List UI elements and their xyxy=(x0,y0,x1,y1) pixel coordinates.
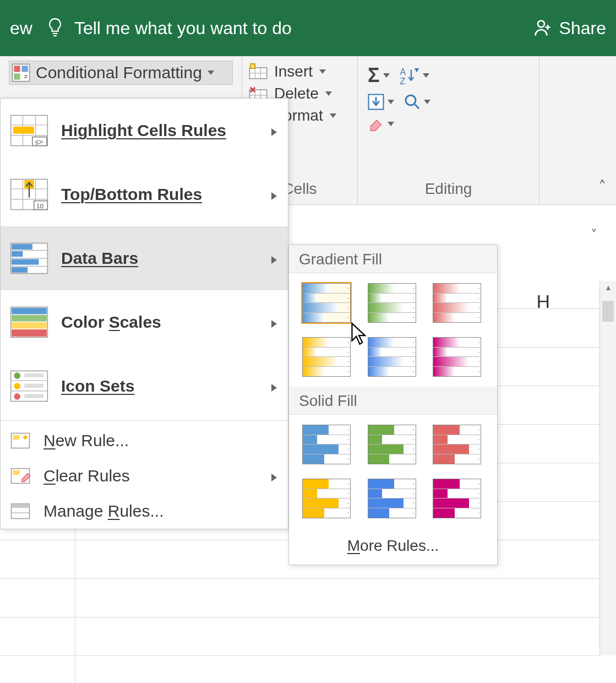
svg-rect-63 xyxy=(13,435,20,440)
chevron-right-icon xyxy=(271,185,277,204)
insert-cells-icon xyxy=(249,63,268,80)
solid-databar-swatch[interactable]: ---- xyxy=(433,425,481,464)
solid-databar-swatch[interactable]: ---- xyxy=(433,479,481,518)
magnifier-icon xyxy=(404,94,421,110)
svg-text:10: 10 xyxy=(36,202,43,209)
svg-rect-60 xyxy=(24,384,43,388)
menu-manage-rules[interactable]: Manage Rules... xyxy=(1,494,288,529)
eraser-icon xyxy=(368,117,384,131)
gradient-databar-swatch[interactable]: ---- xyxy=(368,283,416,323)
manage-rules-icon xyxy=(10,503,30,519)
scroll-up-icon[interactable]: ▴ xyxy=(600,282,616,292)
solid-databar-swatch[interactable]: ---- xyxy=(368,479,416,518)
menu-new-rule[interactable]: New Rule... xyxy=(1,423,288,458)
editing-group-label: Editing xyxy=(358,180,539,198)
vertical-scrollbar[interactable]: ▴ xyxy=(599,281,616,655)
editing-group: Σ A Z xyxy=(358,56,539,204)
chevron-down-icon xyxy=(388,100,394,104)
find-select-button[interactable] xyxy=(404,94,430,110)
chevron-right-icon xyxy=(271,249,277,268)
data-bars-icon xyxy=(9,242,49,274)
chevron-right-icon xyxy=(271,313,277,332)
svg-text:Z: Z xyxy=(400,77,405,84)
svg-text:≤>: ≤> xyxy=(35,138,43,146)
svg-rect-44 xyxy=(12,244,32,250)
svg-point-57 xyxy=(14,383,20,389)
gradient-databar-swatch[interactable]: ---- xyxy=(368,337,416,377)
chevron-down-icon xyxy=(383,73,390,78)
chevron-down-icon xyxy=(388,122,394,126)
tell-me-search[interactable]: Tell me what you want to do xyxy=(46,17,292,39)
gradient-databar-swatch[interactable]: ---- xyxy=(433,337,481,377)
chevron-down-icon xyxy=(424,100,430,104)
svg-rect-29 xyxy=(13,127,34,134)
menu-clear-rules[interactable]: Clear Rules xyxy=(1,458,288,494)
svg-rect-65 xyxy=(13,470,20,475)
share-label: Share xyxy=(559,18,606,39)
svg-rect-61 xyxy=(24,394,43,398)
svg-rect-59 xyxy=(24,373,43,377)
svg-rect-46 xyxy=(12,259,39,264)
insert-label: Insert xyxy=(274,63,313,80)
highlight-cells-icon: ≤> xyxy=(9,115,49,147)
svg-rect-51 xyxy=(12,322,47,329)
chevron-down-icon xyxy=(319,69,326,74)
chevron-right-icon xyxy=(271,377,277,395)
new-rule-icon xyxy=(10,432,30,449)
menu-data-bars[interactable]: Data Bars xyxy=(1,226,288,290)
top-bottom-icon: 10 xyxy=(9,178,49,210)
clear-rules-icon xyxy=(10,468,30,484)
sort-filter-icon: A Z xyxy=(400,67,419,84)
menu-top-bottom-rules[interactable]: 10 Top/Bottom Rules xyxy=(1,162,288,226)
fill-button[interactable] xyxy=(368,94,394,110)
tab-fragment-view[interactable]: ew xyxy=(10,18,32,39)
chevron-down-icon xyxy=(208,71,214,75)
fill-down-icon xyxy=(368,94,384,110)
share-person-icon xyxy=(533,18,553,38)
svg-rect-3 xyxy=(21,66,28,72)
autosum-button[interactable]: Σ xyxy=(368,64,390,87)
gradient-databar-swatch[interactable]: ---- xyxy=(433,283,481,323)
solid-databar-swatch[interactable]: ---- xyxy=(302,425,351,464)
menu-icon-sets[interactable]: Icon Sets xyxy=(1,354,288,418)
svg-rect-45 xyxy=(12,251,23,257)
sort-filter-button[interactable]: A Z xyxy=(400,67,429,84)
data-bars-submenu: Gradient Fill ------------------------ S… xyxy=(288,245,498,565)
chevron-right-icon xyxy=(271,121,277,140)
clear-button[interactable] xyxy=(368,117,394,131)
conditional-formatting-label: Conditional Formatting xyxy=(36,63,202,82)
svg-point-56 xyxy=(14,372,20,379)
sigma-icon: Σ xyxy=(368,64,380,87)
svg-rect-2 xyxy=(14,66,20,72)
menu-label: Color Scales xyxy=(61,313,161,331)
menu-highlight-cells-rules[interactable]: ≤> Highlight Cells Rules xyxy=(1,99,288,162)
gradient-databar-swatch[interactable]: ---- xyxy=(302,283,351,323)
title-bar: ew Tell me what you want to do Share xyxy=(0,0,616,56)
gradient-databar-swatch[interactable]: ---- xyxy=(302,337,351,377)
collapse-ribbon-button[interactable]: ˄ xyxy=(598,177,606,196)
icon-sets-icon xyxy=(9,370,49,402)
color-scales-icon xyxy=(9,306,49,338)
svg-rect-10 xyxy=(250,64,255,69)
lightbulb-icon xyxy=(46,17,64,39)
svg-point-0 xyxy=(538,21,544,28)
solid-fill-header: Solid Fill xyxy=(289,387,497,415)
more-rules-button[interactable]: More Rules... xyxy=(289,528,497,560)
name-box-dropdown[interactable]: ˅ xyxy=(591,227,597,242)
conditional-formatting-button[interactable]: ≠ Conditional Formatting xyxy=(9,61,233,85)
gradient-fill-header: Gradient Fill xyxy=(289,245,497,273)
svg-rect-49 xyxy=(12,308,47,315)
chevron-right-icon xyxy=(271,467,277,485)
svg-rect-4 xyxy=(14,73,20,79)
share-button[interactable]: Share xyxy=(533,18,606,39)
chevron-down-icon xyxy=(330,113,336,118)
menu-label: Top/Bottom Rules xyxy=(61,185,202,203)
tell-me-label: Tell me what you want to do xyxy=(74,18,292,39)
insert-button[interactable]: Insert xyxy=(249,61,347,83)
chevron-down-icon xyxy=(423,73,429,78)
svg-rect-67 xyxy=(12,504,30,508)
solid-databar-swatch[interactable]: ---- xyxy=(302,479,351,518)
solid-databar-swatch[interactable]: ---- xyxy=(368,425,416,464)
scrollbar-thumb[interactable] xyxy=(602,301,614,322)
menu-color-scales[interactable]: Color Scales xyxy=(1,290,288,354)
